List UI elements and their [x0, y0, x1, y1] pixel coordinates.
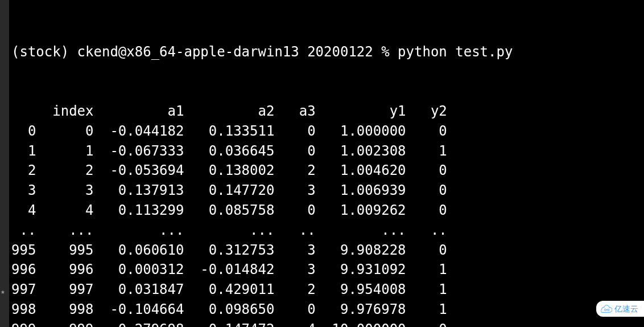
- table-row: 995 995 0.060610 0.312753 3 9.908228 0: [11, 240, 644, 260]
- table-row: 4 4 0.113299 0.085758 0 1.009262 0: [11, 201, 644, 220]
- watermark-badge: 亿速云: [596, 301, 644, 317]
- table-row: 999 999 0.279698 0.147472 4 10.000000 0: [11, 320, 644, 327]
- ide-sidebar: Favorites ★: [0, 0, 9, 327]
- table-row: 2 2 -0.053694 0.138002 2 1.004620 0: [11, 161, 644, 181]
- star-icon[interactable]: ★: [1, 287, 5, 297]
- table-header: index a1 a2 a3 y1 y2: [11, 101, 644, 121]
- shell-prompt: (stock) ckend@x86_64-apple-darwin13 2020…: [11, 42, 644, 62]
- table-ellipsis: .. ... ... ... .. ... ..: [11, 220, 644, 240]
- svg-point-0: [605, 309, 606, 310]
- table-row: 1 1 -0.067333 0.036645 0 1.002308 1: [11, 141, 644, 161]
- cloud-icon: [601, 305, 612, 313]
- table-row: 998 998 -0.104664 0.098650 0 9.976978 1: [11, 300, 644, 320]
- table-row: 996 996 0.000312 -0.014842 3 9.931092 1: [11, 260, 644, 280]
- dataframe-table: index a1 a2 a3 y1 y2 0 0 -0.044182 0.133…: [11, 101, 644, 327]
- terminal-output[interactable]: (stock) ckend@x86_64-apple-darwin13 2020…: [11, 0, 644, 327]
- svg-point-1: [608, 309, 609, 310]
- table-row: 0 0 -0.044182 0.133511 0 1.000000 0: [11, 121, 644, 141]
- table-row: 997 997 0.031847 0.429011 2 9.954008 1: [11, 280, 644, 300]
- table-row: 3 3 0.137913 0.147720 3 1.006939 0: [11, 181, 644, 201]
- watermark-text: 亿速云: [614, 303, 638, 314]
